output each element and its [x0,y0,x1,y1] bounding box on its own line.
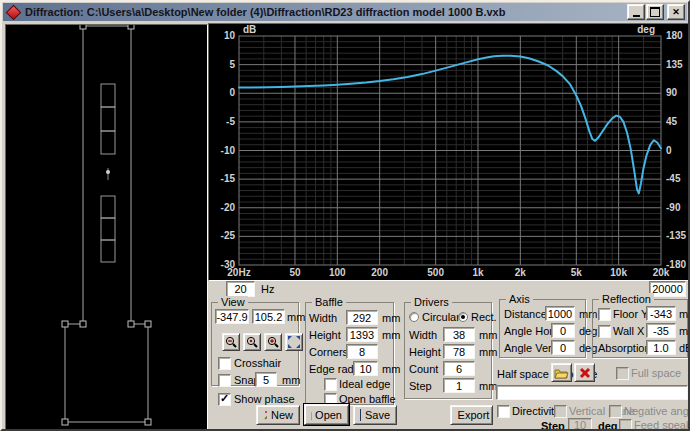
driver-step-unit: mm [479,380,497,393]
window-title: Diffraction: C:\Users\a\Desktop\New fold… [25,6,626,18]
svg-text:1k: 1k [472,267,484,278]
wall-checkbox[interactable] [598,325,611,338]
svg-text:20k: 20k [653,267,670,278]
half-space-file-input[interactable] [496,385,688,400]
baffle-corner-handle[interactable] [80,321,86,327]
save-icon [360,409,361,421]
baffle-height-input[interactable] [346,327,378,342]
half-space-clear-button[interactable] [574,363,595,382]
distance-label: Distance [504,308,547,321]
svg-text:-20: -20 [221,202,236,213]
maximize-button[interactable] [646,4,664,20]
directivity-step-input [568,418,592,431]
driver-count-input[interactable] [443,361,475,376]
baffle-height-unit: mm [382,329,400,342]
minimize-icon [633,15,640,17]
svg-text:-135: -135 [666,230,686,241]
full-space-checkbox [616,367,629,380]
view-y-field[interactable] [252,309,285,324]
zoom-in-icon [266,335,280,349]
baffle-drawing[interactable] [6,25,205,429]
zoom-out-button[interactable] [222,333,240,351]
baffle-corner-handle[interactable] [145,321,151,327]
svg-text:5: 5 [229,59,235,70]
half-space-open-button[interactable] [551,363,572,382]
close-icon: ✕ [672,7,680,17]
close-button[interactable]: ✕ [667,4,685,20]
snap-input[interactable] [255,372,277,387]
show-phase-checkbox[interactable] [218,393,231,406]
mic-position-marker[interactable] [106,170,110,174]
zoom-reset-button[interactable] [243,333,261,351]
title-bar[interactable]: Diffraction: C:\Users\a\Desktop\New fold… [3,3,687,21]
svg-text:20Hz: 20Hz [227,267,250,278]
angle-ver-input[interactable] [551,340,575,355]
maximize-icon [650,7,660,17]
baffle-corner-handle[interactable] [62,321,68,327]
feed-speaker-label: Feed speaker [634,419,690,431]
export-button[interactable]: Export [450,405,493,425]
axis-group-label: Axis [506,293,533,306]
svg-text:0: 0 [666,145,672,156]
driver-height-input[interactable] [443,344,475,359]
new-button[interactable]: New [256,405,300,425]
floor-input[interactable] [646,306,676,321]
svg-text:200: 200 [371,267,388,278]
save-button[interactable]: Save [353,405,397,425]
svg-text:50: 50 [289,267,301,278]
minimize-button[interactable] [627,4,645,20]
zoom-in-button[interactable] [264,333,282,351]
baffle-edge-unit: mm [382,363,400,376]
distance-input[interactable] [545,306,575,321]
angle-hor-input[interactable] [551,323,575,338]
absorption-label: Absorption [598,342,651,355]
driver-step-input[interactable] [443,378,475,393]
rect-radio[interactable] [458,312,468,322]
directivity-checkbox[interactable] [497,405,510,418]
driver-width-unit: mm [479,329,497,342]
svg-text:deg: deg [637,24,655,35]
baffle-corners-label: Corners [309,346,348,359]
floor-checkbox[interactable] [598,308,611,321]
wall-label: Wall X [613,325,644,338]
snap-unit: mm [282,374,300,387]
baffle-corner-handle[interactable] [145,419,151,425]
wall-input[interactable] [646,323,676,338]
reflection-group-label: Reflection [599,293,654,306]
baffle-corner-handle[interactable] [128,25,134,29]
baffle-corner-handle[interactable] [80,25,86,29]
floor-unit: mm [679,308,690,321]
baffle-corner-handle[interactable] [62,419,68,425]
full-space-label: Full space [631,367,681,380]
freq-min-input[interactable] [226,281,255,297]
zoom-reset-icon [245,335,259,349]
rect-label: Rect. [471,311,497,324]
ideal-edge-checkbox[interactable] [324,378,337,391]
open-button[interactable]: Open [304,404,349,425]
wall-unit: mm [679,325,690,338]
crosshair-label: Crosshair [234,357,281,370]
baffle-edge-input[interactable] [353,361,378,376]
freq-max-input[interactable] [649,281,686,297]
open-folder-icon [554,367,569,379]
baffle-height-label: Height [309,329,341,342]
zoom-fit-button[interactable] [285,333,303,351]
absorption-input[interactable] [646,340,676,355]
app-window: Diffraction: C:\Users\a\Desktop\New fold… [0,0,690,431]
crosshair-checkbox[interactable] [218,357,231,370]
svg-text:90: 90 [666,87,678,98]
baffle-corner-handle[interactable] [128,321,134,327]
baffle-corners-input[interactable] [346,344,378,359]
baffle-canvas-panel[interactable] [5,24,208,431]
driver-width-input[interactable] [443,327,475,342]
directivity-label: Directivity [512,405,560,418]
baffle-width-input[interactable] [346,310,378,325]
view-x-field[interactable] [215,309,249,324]
driver-count-label: Count [409,363,438,376]
zoom-out-icon [224,335,238,349]
absorption-unit: dB [679,342,690,355]
angle-hor-label: Angle Hor [504,325,553,338]
circular-radio[interactable] [409,312,419,322]
response-graph: dBdeg1050-5-10-15-20-25-3018013590450-45… [209,24,689,278]
snap-checkbox[interactable] [218,374,231,387]
